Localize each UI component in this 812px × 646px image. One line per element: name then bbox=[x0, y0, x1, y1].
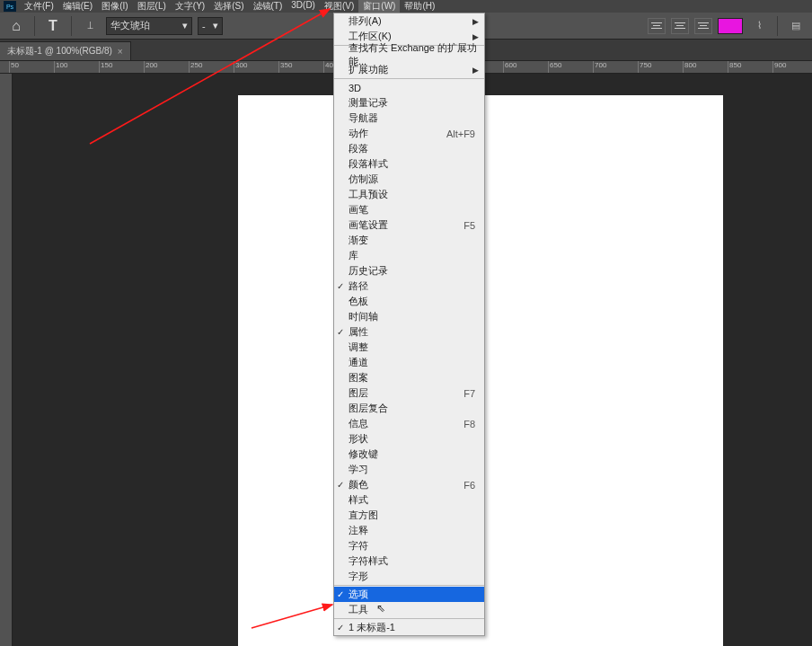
menu-item[interactable]: 色板 bbox=[334, 294, 484, 309]
panel-toggle-icon[interactable]: ▤ bbox=[785, 15, 807, 37]
menu-item[interactable]: 测量记录 bbox=[334, 95, 484, 111]
menu-item-label: 动作 bbox=[349, 127, 368, 140]
menu-图层(L)[interactable]: 图层(L) bbox=[133, 0, 171, 13]
ruler-tick: 650 bbox=[548, 61, 593, 73]
menu-separator bbox=[334, 585, 484, 586]
menu-item-label: 修改键 bbox=[349, 447, 378, 461]
menu-item-label: 图层复合 bbox=[349, 402, 388, 415]
menu-item[interactable]: 查找有关 Exchange 的扩展功能... bbox=[334, 47, 484, 62]
menu-item[interactable]: 历史记录 bbox=[334, 263, 484, 279]
align-center-button[interactable] bbox=[671, 18, 689, 34]
menu-编辑(E)[interactable]: 编辑(E) bbox=[58, 0, 97, 13]
menu-窗口(W)[interactable]: 窗口(W) bbox=[358, 0, 400, 13]
menu-item[interactable]: ✓选项 bbox=[334, 587, 484, 602]
check-icon: ✓ bbox=[337, 327, 344, 337]
menu-帮助(H)[interactable]: 帮助(H) bbox=[400, 0, 439, 13]
menu-item[interactable]: 工具 bbox=[334, 602, 484, 617]
submenu-arrow-icon: ▶ bbox=[472, 66, 479, 75]
home-icon[interactable]: ⌂ bbox=[5, 15, 27, 37]
ruler-tick: 900 bbox=[772, 61, 812, 73]
menu-item[interactable]: 图案 bbox=[334, 370, 484, 385]
menu-视图(V)[interactable]: 视图(V) bbox=[320, 0, 358, 13]
menu-item-label: 段落样式 bbox=[349, 157, 388, 171]
font-family-select[interactable]: 华文琥珀▾ bbox=[106, 17, 192, 35]
menu-item[interactable]: ✓路径 bbox=[334, 279, 484, 294]
ruler-tick: 50 bbox=[9, 61, 54, 73]
menu-item[interactable]: 3D bbox=[334, 80, 484, 95]
close-icon[interactable]: × bbox=[118, 47, 123, 57]
align-left-button[interactable] bbox=[648, 18, 666, 34]
menu-item-label: 历史记录 bbox=[349, 264, 388, 278]
warp-text-icon[interactable]: ⌇ bbox=[748, 15, 770, 37]
menu-item[interactable]: 排列(A)▶ bbox=[334, 13, 484, 29]
check-icon: ✓ bbox=[337, 480, 344, 490]
menu-文件(F)[interactable]: 文件(F) bbox=[20, 0, 58, 13]
menu-滤镜(T)[interactable]: 滤镜(T) bbox=[249, 0, 287, 13]
menu-item-label: 扩展功能 bbox=[349, 63, 388, 76]
menu-item[interactable]: 样式 bbox=[334, 492, 484, 508]
menu-item[interactable]: ✓颜色F6 bbox=[334, 477, 484, 492]
menu-item-label: 属性 bbox=[349, 325, 368, 339]
menu-item-label: 学习 bbox=[349, 463, 368, 476]
menubar: Ps 文件(F)编辑(E)图像(I)图层(L)文字(Y)选择(S)滤镜(T)3D… bbox=[0, 0, 812, 13]
text-color-swatch[interactable] bbox=[718, 18, 743, 34]
menu-item[interactable]: 直方图 bbox=[334, 508, 484, 523]
menu-item-label: 形状 bbox=[349, 432, 368, 446]
menu-item[interactable]: 字形 bbox=[334, 569, 484, 584]
menu-item[interactable]: 工具预设 bbox=[334, 187, 484, 202]
align-right-button[interactable] bbox=[694, 18, 712, 34]
menu-item[interactable]: 导航器 bbox=[334, 111, 484, 126]
menu-item-label: 渐变 bbox=[349, 234, 368, 247]
menu-item[interactable]: 扩展功能▶ bbox=[334, 62, 484, 77]
ruler-tick: 350 bbox=[278, 61, 323, 73]
menu-item-label: 库 bbox=[349, 249, 358, 262]
document-tab[interactable]: 未标题-1 @ 100%(RGB/8) × bbox=[0, 41, 131, 60]
text-tool-icon[interactable]: T bbox=[42, 15, 64, 37]
menu-item-label: 调整 bbox=[349, 341, 368, 354]
menu-item-label: 画笔 bbox=[349, 203, 368, 217]
menu-item[interactable]: 段落样式 bbox=[334, 156, 484, 172]
menu-item[interactable]: 字符样式 bbox=[334, 553, 484, 569]
menu-item-label: 通道 bbox=[349, 356, 368, 369]
menu-item[interactable]: 修改键 bbox=[334, 447, 484, 462]
menu-item[interactable]: 动作Alt+F9 bbox=[334, 126, 484, 141]
app-logo: Ps bbox=[4, 1, 16, 12]
menu-item[interactable]: 图层复合 bbox=[334, 401, 484, 416]
menu-item[interactable]: 图层F7 bbox=[334, 385, 484, 401]
menu-shortcut: Alt+F9 bbox=[446, 128, 475, 139]
menu-item[interactable]: 画笔设置F5 bbox=[334, 217, 484, 233]
menu-item-label: 色板 bbox=[349, 295, 368, 308]
menu-item[interactable]: 通道 bbox=[334, 355, 484, 370]
menu-item[interactable]: 渐变 bbox=[334, 233, 484, 248]
menu-item[interactable]: 仿制源 bbox=[334, 172, 484, 187]
menu-item[interactable]: 注释 bbox=[334, 523, 484, 538]
submenu-arrow-icon: ▶ bbox=[472, 17, 479, 26]
menu-item[interactable]: 库 bbox=[334, 248, 484, 263]
document-tab-title: 未标题-1 @ 100%(RGB/8) bbox=[7, 45, 112, 58]
ruler-vertical bbox=[0, 61, 13, 646]
menu-separator bbox=[334, 618, 484, 619]
menu-separator bbox=[334, 78, 484, 79]
menu-item-label: 画笔设置 bbox=[349, 218, 388, 232]
ruler-tick: 700 bbox=[593, 61, 638, 73]
menu-item[interactable]: ✓属性 bbox=[334, 324, 484, 340]
menu-文字(Y)[interactable]: 文字(Y) bbox=[171, 0, 209, 13]
ruler-tick: 700 bbox=[0, 61, 9, 73]
menu-item[interactable]: ✓1 未标题-1 bbox=[334, 620, 484, 635]
menu-item[interactable]: 时间轴 bbox=[334, 309, 484, 324]
menu-item[interactable]: 形状 bbox=[334, 431, 484, 447]
menu-图像(I)[interactable]: 图像(I) bbox=[97, 0, 132, 13]
menu-item[interactable]: 调整 bbox=[334, 340, 484, 355]
text-orientation-icon[interactable]: ⟘ bbox=[79, 15, 101, 37]
menu-item-label: 直方图 bbox=[349, 509, 378, 522]
menu-item[interactable]: 画笔 bbox=[334, 202, 484, 217]
menu-item[interactable]: 字符 bbox=[334, 538, 484, 553]
menu-选择(S)[interactable]: 选择(S) bbox=[209, 0, 248, 13]
menu-item[interactable]: 信息F8 bbox=[334, 416, 484, 431]
menu-3D(D)[interactable]: 3D(D) bbox=[287, 0, 320, 13]
menu-item-label: 信息 bbox=[349, 417, 368, 430]
font-style-select[interactable]: -▾ bbox=[198, 17, 223, 35]
menu-item[interactable]: 段落 bbox=[334, 141, 484, 156]
menu-item-label: 字符 bbox=[349, 539, 368, 553]
menu-item[interactable]: 学习 bbox=[334, 462, 484, 477]
